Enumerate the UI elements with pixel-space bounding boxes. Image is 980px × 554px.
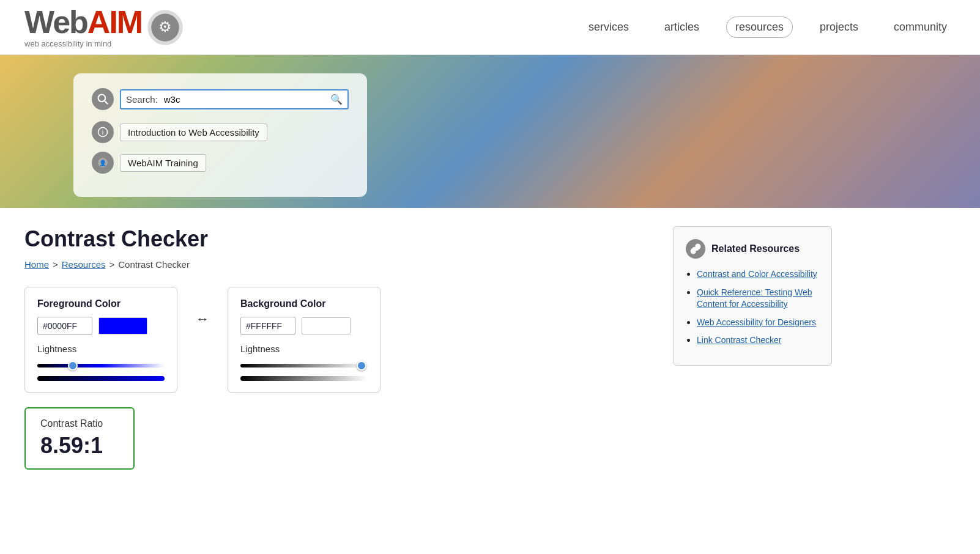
related-list-item-2: Quick Reference: Testing Web Content for… <box>697 287 819 311</box>
nav-resources[interactable]: resources <box>726 17 793 38</box>
foreground-slider[interactable] <box>37 359 165 371</box>
contrast-ratio-label: Contrast Ratio <box>40 418 119 429</box>
checker-section: Foreground Color Lightness ↔ Background … <box>24 287 648 393</box>
foreground-title: Foreground Color <box>37 298 165 309</box>
result-row-1: i Introduction to Web Accessibility <box>92 121 349 143</box>
magnifier-icon <box>97 93 109 105</box>
sidebar: Related Resources Contrast and Color Acc… <box>673 226 832 470</box>
background-slider[interactable] <box>240 359 368 371</box>
link-icon <box>690 243 701 254</box>
foreground-color-box: Foreground Color Lightness <box>24 287 177 393</box>
breadcrumb-home[interactable]: Home <box>24 259 49 270</box>
related-box: Related Resources Contrast and Color Acc… <box>673 226 832 366</box>
info-symbol-2: 👤 <box>97 157 108 168</box>
result-link-2[interactable]: WebAIM Training <box>120 154 206 172</box>
content-left: Contrast Checker Home > Resources > Cont… <box>24 226 648 470</box>
related-link-2[interactable]: Quick Reference: Testing Web Content for… <box>697 287 812 309</box>
foreground-slider-thumb[interactable] <box>68 361 78 371</box>
search-label: Search: <box>121 94 161 105</box>
related-links-list: Contrast and Color Accessibility Quick R… <box>686 268 819 347</box>
page-title: Contrast Checker <box>24 226 648 252</box>
result-link-1[interactable]: Introduction to Web Accessibility <box>120 124 267 141</box>
contrast-ratio-suffix: :1 <box>83 433 103 458</box>
logo-text-block: WebAIM web accessibility in mind <box>24 6 142 48</box>
logo: WebAIM web accessibility in mind ⚙ <box>24 6 184 48</box>
swap-button[interactable]: ↔ <box>190 305 215 333</box>
search-input-wrap: Search: 🔍 <box>120 89 349 109</box>
related-list-item-1: Contrast and Color Accessibility <box>697 268 819 281</box>
background-color-box: Background Color Lightness <box>228 287 380 393</box>
foreground-hex-input[interactable] <box>37 317 92 335</box>
header: WebAIM web accessibility in mind ⚙ servi… <box>0 0 980 55</box>
svg-point-3 <box>98 95 106 102</box>
foreground-color-preview <box>98 317 147 334</box>
background-bottom-bar <box>240 376 368 381</box>
contrast-ratio-box: Contrast Ratio 8.59:1 <box>24 407 135 470</box>
nav-projects[interactable]: projects <box>811 17 867 37</box>
background-slider-track <box>240 364 368 367</box>
foreground-slider-track <box>37 364 165 367</box>
related-icon <box>686 239 705 259</box>
nav-articles[interactable]: articles <box>656 17 708 37</box>
logo-aim: AIM <box>87 4 142 40</box>
related-header: Related Resources <box>686 239 819 259</box>
search-input[interactable] <box>161 90 325 108</box>
breadcrumb-sep-1: > <box>53 259 58 270</box>
nav-services[interactable]: services <box>580 17 637 37</box>
hero-section: Search: 🔍 i Introduction to Web Accessib… <box>0 55 980 208</box>
foreground-input-row <box>37 317 165 335</box>
background-hex-input[interactable] <box>240 317 295 335</box>
svg-text:⚙: ⚙ <box>158 18 172 35</box>
related-list-item-4: Link Contrast Checker <box>697 334 819 347</box>
related-list-item-3: Web Accessibility for Designers <box>697 317 819 329</box>
background-lightness-label: Lightness <box>240 344 368 354</box>
logo-wordmark: WebAIM <box>24 6 142 38</box>
search-overlay: Search: 🔍 i Introduction to Web Accessib… <box>73 73 367 197</box>
logo-icon: ⚙ <box>147 9 184 46</box>
logo-web: Web <box>24 4 87 40</box>
contrast-ratio-number: 8.59 <box>40 433 83 458</box>
background-color-preview <box>302 317 351 334</box>
result-row-2: 👤 WebAIM Training <box>92 152 349 174</box>
related-title: Related Resources <box>711 243 800 254</box>
info-icon-1: i <box>92 121 114 143</box>
contrast-ratio-value: 8.59:1 <box>40 433 119 459</box>
info-symbol-1: i <box>97 127 108 138</box>
main-nav: services articles resources projects com… <box>580 17 956 38</box>
background-input-row <box>240 317 368 335</box>
related-link-1[interactable]: Contrast and Color Accessibility <box>697 269 817 279</box>
related-link-4[interactable]: Link Contrast Checker <box>697 335 782 345</box>
background-title: Background Color <box>240 298 368 309</box>
breadcrumb-current: Contrast Checker <box>118 259 190 270</box>
related-link-3[interactable]: Web Accessibility for Designers <box>697 317 816 327</box>
search-icon-circle <box>92 88 114 110</box>
breadcrumb-resources[interactable]: Resources <box>62 259 106 270</box>
background-slider-thumb[interactable] <box>357 361 366 371</box>
nav-community[interactable]: community <box>885 17 956 37</box>
info-icon-2: 👤 <box>92 152 114 174</box>
svg-text:👤: 👤 <box>99 159 107 167</box>
breadcrumb: Home > Resources > Contrast Checker <box>24 259 648 270</box>
main-content: Contrast Checker Home > Resources > Cont… <box>0 208 856 488</box>
breadcrumb-sep-2: > <box>109 259 114 270</box>
svg-line-4 <box>105 101 108 104</box>
foreground-lightness-label: Lightness <box>37 344 165 354</box>
foreground-bottom-bar <box>37 376 165 381</box>
logo-tagline: web accessibility in mind <box>24 39 142 48</box>
svg-text:i: i <box>102 128 103 136</box>
search-row: Search: 🔍 <box>92 88 349 110</box>
search-button[interactable]: 🔍 <box>325 91 347 108</box>
